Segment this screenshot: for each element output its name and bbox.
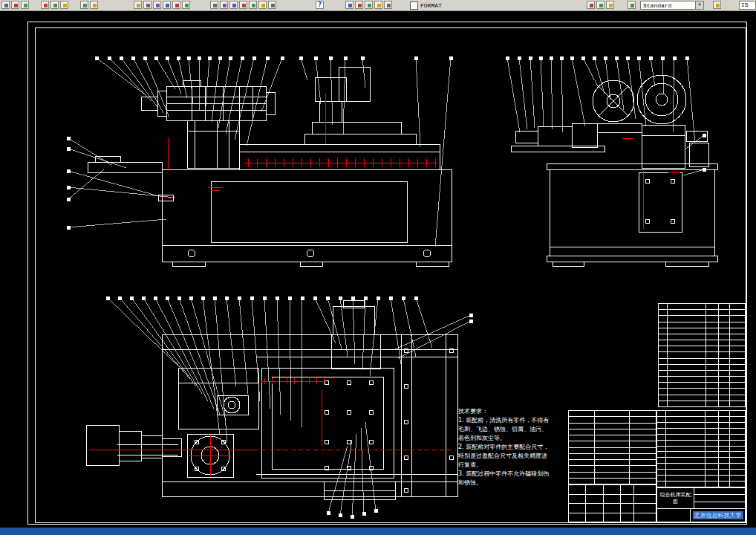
dim-style-dropdown[interactable]: IS — [739, 1, 756, 10]
format-area: FORMAT — [410, 1, 442, 10]
dim-style-icon[interactable] — [713, 1, 721, 9]
plot-icon[interactable] — [41, 1, 49, 9]
publish-icon[interactable] — [60, 1, 68, 9]
tech-req-body: 1. 装配前，清洗所有零件，不得有毛刺、飞边、锈蚀、切屑、油污、着色剂和灰尘等。… — [458, 416, 562, 487]
signature-table — [568, 484, 656, 522]
layer-current-icon[interactable] — [365, 1, 373, 9]
new-file-icon[interactable] — [1, 1, 10, 9]
top-view — [86, 300, 457, 499]
toolbar-group — [134, 1, 190, 10]
layer-properties-icon[interactable] — [345, 1, 353, 9]
command-window-edge[interactable] — [0, 528, 756, 535]
zoom-scale-icon[interactable] — [172, 1, 180, 9]
layer-previous-icon[interactable] — [374, 1, 382, 9]
cad-application-window: FORMAT Standard ▼ IS ? 技术要求： 1. 装配前，清洗所有… — [0, 0, 756, 535]
print-preview-icon[interactable] — [50, 1, 59, 9]
zoom-dynamic-icon[interactable] — [163, 1, 171, 9]
tech-req-line: 和锈蚀。 — [458, 479, 562, 487]
properties-icon[interactable] — [249, 1, 257, 9]
zoom-previous-icon[interactable] — [182, 1, 190, 9]
chevron-down-icon[interactable]: ▼ — [695, 1, 703, 9]
undo-icon[interactable] — [80, 1, 88, 9]
copy-icon[interactable] — [220, 1, 228, 9]
lineweight-control-icon[interactable] — [606, 1, 614, 9]
toolbar-group — [1, 1, 29, 10]
toolbar-group — [713, 1, 721, 10]
format-checkbox-icon[interactable] — [410, 1, 418, 10]
layer-states-icon[interactable] — [355, 1, 363, 9]
open-file-icon[interactable] — [11, 1, 19, 9]
title-block-spacer — [657, 509, 691, 522]
dim-style-partial-value: IS — [741, 1, 749, 8]
front-view — [88, 67, 452, 266]
match-properties-icon[interactable] — [239, 1, 247, 9]
format-label: FORMAT — [420, 2, 442, 9]
linetype-control-icon[interactable] — [596, 1, 605, 9]
parts-list-lower — [656, 410, 746, 487]
tool-palettes-icon[interactable] — [268, 1, 276, 9]
side-view — [511, 75, 717, 266]
tech-req-line: 行复查。 — [458, 461, 562, 470]
toolbar-group — [628, 1, 636, 10]
toolbar-group — [587, 1, 614, 10]
tech-req-line: 毛刺、飞边、锈蚀、切屑、油污、 — [458, 425, 562, 434]
design-center-icon[interactable] — [258, 1, 267, 9]
toolbar-group — [210, 1, 276, 10]
technical-requirements: 技术要求： 1. 装配前，清洗所有零件，不得有毛刺、飞边、锈蚀、切屑、油污、着色… — [458, 407, 562, 487]
title-block: 组合机床装配图 北京信息科技大学 — [656, 487, 746, 522]
cut-icon[interactable] — [210, 1, 218, 9]
help-icon[interactable]: ? — [316, 1, 324, 9]
organization-cell: 北京信息科技大学 — [691, 509, 745, 522]
tech-req-line: 着色剂和灰尘等。 — [458, 434, 562, 443]
tech-req-line: 3. 装配过程中零件不允许磕碰划伤 — [458, 470, 562, 479]
pan-icon[interactable] — [134, 1, 142, 9]
tech-req-title: 技术要求： — [458, 407, 562, 416]
revision-table — [568, 410, 656, 484]
toolbar-group — [345, 1, 392, 10]
tech-req-line: 特别是过盈配合尺寸及相关精度进 — [458, 452, 562, 461]
paste-icon[interactable] — [229, 1, 238, 9]
toolbar-group — [80, 1, 98, 10]
toolbar-group: ? — [316, 1, 324, 10]
toolbar: FORMAT Standard ▼ IS ? — [0, 0, 756, 11]
zoom-window-icon[interactable] — [153, 1, 161, 9]
text-style-dropdown[interactable]: Standard ▼ — [640, 1, 704, 10]
zoom-realtime-icon[interactable] — [143, 1, 151, 9]
tech-req-line: 2. 装配前对零件的主要配合尺寸， — [458, 443, 562, 452]
text-style-icon[interactable] — [628, 1, 636, 9]
linetype-icon[interactable] — [384, 1, 392, 9]
parts-list-upper — [658, 303, 746, 407]
text-style-value: Standard — [643, 2, 671, 9]
redo-icon[interactable] — [90, 1, 98, 9]
drawing-title: 组合机床装配图 — [657, 488, 694, 508]
title-block-subcells — [694, 488, 745, 508]
save-icon[interactable] — [21, 1, 29, 9]
organization-name[interactable]: 北京信息科技大学 — [693, 511, 743, 519]
tech-req-line: 1. 装配前，清洗所有零件，不得有 — [458, 416, 562, 425]
object-color-icon[interactable] — [587, 1, 595, 9]
toolbar-group — [41, 1, 68, 10]
